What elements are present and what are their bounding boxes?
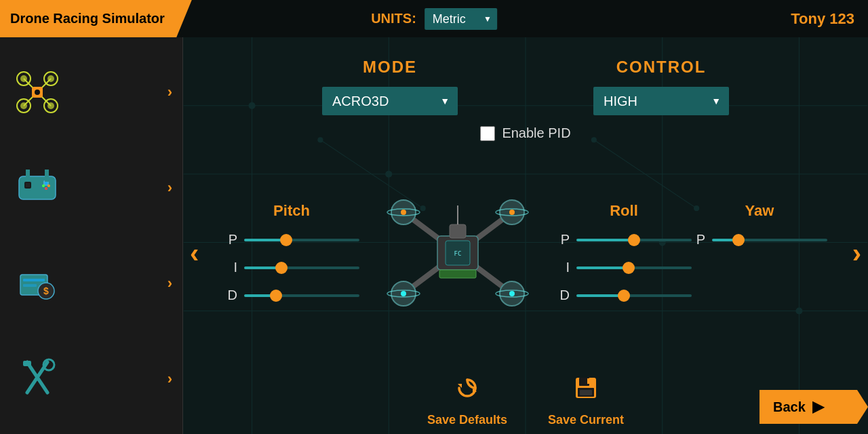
roll-d-row: D [556, 288, 692, 303]
pitch-i-row: I [224, 260, 359, 275]
control-select-wrapper[interactable]: HIGH MEDIUM LOW [593, 87, 729, 115]
pitch-i-slider[interactable] [244, 267, 359, 269]
units-label: UNITS: [371, 11, 416, 26]
svg-rect-30 [23, 361, 31, 366]
drone-display: FC [359, 185, 556, 321]
svg-point-68 [509, 210, 515, 215]
save-current-icon [572, 374, 599, 408]
sidebar-item-billing[interactable]: $ › [0, 250, 182, 317]
bottom-bar: Save Defaults Save Current [183, 364, 868, 434]
roll-i-row: I [556, 260, 692, 275]
yaw-i-row: I [692, 260, 827, 275]
mode-control-row: MODE ACRO3D ACRO ANGLE HORIZON CONTROL H… [322, 58, 729, 115]
username: Tony 123 [791, 10, 854, 28]
pitch-p-row: P [224, 232, 359, 248]
mode-select[interactable]: ACRO3D ACRO ANGLE HORIZON [322, 87, 458, 115]
app-title-text: Drone Racing Simulator [10, 11, 165, 26]
svg-point-11 [35, 90, 40, 95]
svg-rect-76 [587, 378, 590, 384]
yaw-p-letter: P [692, 232, 705, 248]
control-label: CONTROL [616, 58, 707, 77]
yaw-d-row: D [692, 288, 827, 303]
svg-rect-17 [45, 170, 49, 182]
svg-point-20 [42, 184, 45, 187]
svg-point-69 [401, 291, 406, 296]
svg-point-21 [45, 187, 47, 190]
header: Drone Racing Simulator UNITS: Metric Imp… [0, 0, 868, 37]
pitch-label: Pitch [273, 202, 310, 220]
sidebar-chevron-tools: › [167, 370, 172, 388]
roll-label: Roll [610, 202, 638, 220]
pid-area: ‹ Pitch P I D [183, 141, 868, 364]
enable-pid-label: Enable PID [502, 125, 570, 141]
app-title: Drone Racing Simulator [0, 0, 192, 37]
control-select[interactable]: HIGH MEDIUM LOW [593, 87, 729, 115]
save-defaults-label: Save Defaults [427, 413, 507, 427]
roll-d-slider[interactable] [576, 294, 692, 297]
mode-label: MODE [363, 58, 417, 77]
units-section: UNITS: Metric Imperial [371, 0, 497, 37]
units-dropdown[interactable]: Metric Imperial [425, 8, 497, 30]
sidebar-item-tools[interactable]: › [0, 345, 182, 413]
main-panel: MODE ACRO3D ACRO ANGLE HORIZON CONTROL H… [183, 37, 868, 434]
yaw-p-row: P [692, 232, 827, 248]
pitch-d-slider[interactable] [244, 294, 359, 297]
mode-select-wrapper[interactable]: ACRO3D ACRO ANGLE HORIZON [322, 87, 458, 115]
yaw-p-slider[interactable] [712, 239, 827, 241]
units-selector[interactable]: Metric Imperial [425, 8, 497, 30]
svg-point-19 [47, 184, 50, 187]
roll-i-slider[interactable] [576, 267, 692, 269]
save-current-label: Save Current [548, 413, 624, 427]
svg-rect-14 [26, 183, 30, 187]
svg-rect-12 [19, 176, 56, 199]
yaw-label: Yaw [745, 202, 774, 220]
control-group: CONTROL HIGH MEDIUM LOW [593, 58, 729, 115]
tools-icon [14, 355, 61, 403]
billing-icon: $ [14, 260, 61, 307]
svg-point-67 [401, 210, 406, 215]
sidebar-chevron-drone: › [167, 83, 172, 101]
enable-pid-row: Enable PID [480, 125, 570, 141]
svg-text:$: $ [43, 285, 49, 296]
svg-point-70 [509, 291, 515, 296]
roll-d-letter: D [556, 288, 570, 303]
svg-point-18 [45, 182, 47, 184]
save-defaults-icon [454, 374, 481, 408]
roll-column: Roll P I D [556, 202, 692, 303]
drone-svg: FC [363, 185, 553, 321]
save-current-button[interactable]: Save Current [548, 374, 624, 427]
pitch-p-letter: P [224, 232, 237, 248]
sidebar-item-drone[interactable]: › [0, 58, 182, 126]
save-defaults-button[interactable]: Save Defaults [427, 374, 507, 427]
drone-icon [14, 68, 61, 116]
svg-rect-24 [23, 284, 37, 287]
svg-rect-78 [580, 390, 592, 395]
controller-icon [14, 164, 61, 212]
sidebar: › › [0, 37, 183, 434]
pitch-d-row: D [224, 288, 359, 303]
svg-text:FC: FC [454, 250, 462, 257]
mode-group: MODE ACRO3D ACRO ANGLE HORIZON [322, 58, 458, 115]
sidebar-item-controller[interactable]: › [0, 154, 182, 222]
pitch-p-slider[interactable] [244, 239, 359, 241]
roll-p-letter: P [556, 232, 570, 248]
svg-rect-63 [450, 224, 466, 238]
enable-pid-checkbox[interactable] [480, 126, 495, 141]
yaw-column: Yaw P I D [692, 202, 827, 303]
pitch-i-letter: I [224, 260, 237, 275]
roll-p-row: P [556, 232, 692, 248]
sidebar-chevron-billing: › [167, 275, 172, 292]
pitch-d-letter: D [224, 288, 237, 303]
roll-p-slider[interactable] [576, 239, 692, 241]
nav-arrow-left[interactable]: ‹ [190, 237, 199, 268]
svg-rect-23 [23, 279, 45, 281]
svg-rect-16 [26, 170, 30, 182]
roll-i-letter: I [556, 260, 570, 275]
nav-arrow-right[interactable]: › [852, 237, 861, 268]
svg-rect-71 [439, 270, 476, 278]
svg-point-46 [249, 102, 256, 109]
sidebar-chevron-controller: › [167, 179, 172, 197]
pitch-column: Pitch P I D [224, 202, 359, 303]
